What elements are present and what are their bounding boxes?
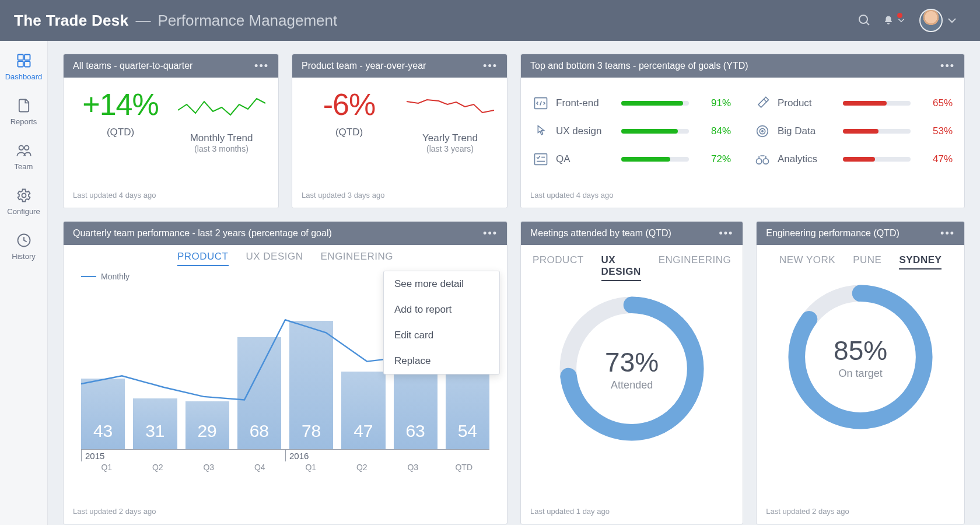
card-footer: Last updated 2 days ago — [64, 507, 507, 524]
target-icon — [754, 123, 771, 139]
svg-point-6 — [19, 146, 23, 150]
sidebar-item-label: Configure — [7, 207, 40, 216]
bar-value: 31 — [145, 421, 164, 449]
menu-see-more-detail[interactable]: See more detail — [384, 271, 499, 297]
sidebar-item-team[interactable]: Team — [0, 142, 47, 171]
quarter-label: QTD — [439, 463, 490, 472]
donut-value: 73% — [605, 346, 659, 378]
sparkline — [178, 87, 265, 128]
svg-point-18 — [757, 159, 762, 164]
card-title: Meetings attended by team (QTD) — [530, 228, 671, 239]
team-row: UX design 84% — [533, 117, 731, 145]
tab-uxdesign[interactable]: UX DESIGN — [601, 254, 641, 281]
trend-label: Monthly Trend — [190, 132, 253, 144]
card-context-menu: See more detail Add to report Edit card … — [383, 271, 500, 374]
menu-replace[interactable]: Replace — [384, 348, 499, 374]
donut-label: On target — [839, 368, 883, 380]
card-footer: Last updated 2 days ago — [757, 507, 964, 524]
sidebar-item-configure[interactable]: Configure — [0, 187, 47, 216]
card-meetings-attended: Meetings attended by team (QTD) ••• PROD… — [520, 221, 743, 524]
reports-icon — [16, 97, 32, 114]
quarter-label: Q1 — [81, 463, 132, 472]
checklist-icon — [533, 151, 549, 167]
card-engineering-performance: Engineering performance (QTD) ••• NEW YO… — [756, 221, 965, 524]
menu-edit-card[interactable]: Edit card — [384, 323, 499, 348]
team-name: QA — [556, 153, 614, 165]
tab-engineering[interactable]: ENGINEERING — [659, 254, 732, 281]
bar-value: 63 — [405, 421, 425, 449]
bar-value: 29 — [197, 421, 216, 449]
tools-icon — [754, 95, 771, 111]
kpi-sub: (QTD) — [107, 127, 134, 138]
tab-product[interactable]: PRODUCT — [533, 254, 584, 281]
svg-point-17 — [762, 131, 763, 132]
gear-icon — [16, 187, 32, 204]
svg-point-19 — [763, 159, 768, 164]
svg-rect-12 — [535, 154, 547, 165]
tab-product[interactable]: PRODUCT — [177, 251, 229, 266]
donut-label: Attended — [611, 379, 653, 391]
tab-uxdesign[interactable]: UX DESIGN — [246, 251, 303, 266]
team-pct: 84% — [702, 125, 731, 137]
card-menu-icon[interactable]: ••• — [483, 60, 498, 72]
card-title: Top and bottom 3 teams - percentage of g… — [530, 61, 748, 71]
history-icon — [16, 232, 32, 249]
kpi-sub: (QTD) — [335, 127, 363, 138]
bar: 47 — [341, 372, 385, 449]
sidebar-item-history[interactable]: History — [0, 232, 47, 261]
card-all-teams: All teams - quarter-to-quarter ••• +14% … — [63, 54, 279, 208]
menu-add-to-report[interactable]: Add to report — [384, 297, 499, 323]
card-footer: Last updated 1 day ago — [521, 507, 743, 524]
bar-value: 68 — [250, 421, 269, 449]
card-product-team: Product team - year-over-year ••• -6% (Q… — [292, 54, 508, 208]
sidebar-item-dashboard[interactable]: Dashboard — [0, 52, 47, 81]
donut-chart: 85% On target — [785, 281, 936, 433]
svg-rect-5 — [24, 61, 30, 66]
card-footer: Last updated 3 days ago — [292, 191, 507, 208]
notifications-icon[interactable] — [883, 9, 907, 32]
card-menu-icon[interactable]: ••• — [254, 60, 269, 72]
meetings-tabs: PRODUCT UX DESIGN ENGINEERING — [533, 254, 731, 281]
svg-line-1 — [866, 22, 869, 25]
year-label: 2015 — [81, 450, 285, 461]
chart-tabs: PRODUCT UX DESIGN ENGINEERING — [75, 251, 495, 266]
card-footer: Last updated 4 days ago — [64, 191, 278, 208]
team-row: Product 65% — [754, 89, 953, 117]
bar: 29 — [186, 401, 229, 449]
card-title: Quarterly team performance - last 2 year… — [73, 228, 332, 239]
user-menu[interactable] — [914, 9, 959, 32]
svg-point-15 — [757, 126, 768, 137]
bar-value: 78 — [302, 421, 321, 449]
team-row: Analytics 47% — [754, 145, 953, 173]
trend-label: Yearly Trend — [422, 132, 478, 144]
team-pct: 91% — [702, 97, 731, 109]
sidebar-item-reports[interactable]: Reports — [0, 97, 47, 126]
tab-pune[interactable]: PUNE — [853, 254, 881, 270]
team-row: Front-end 91% — [533, 89, 731, 117]
card-menu-icon[interactable]: ••• — [940, 60, 955, 72]
team-pct: 53% — [923, 125, 953, 137]
team-name: Analytics — [778, 153, 836, 165]
quarter-label: Q4 — [235, 463, 286, 472]
card-menu-icon[interactable]: ••• — [719, 228, 733, 240]
tab-engineering[interactable]: ENGINEERING — [321, 251, 394, 266]
bar-value: 47 — [354, 421, 373, 449]
tab-sydney[interactable]: SYDNEY — [899, 254, 942, 270]
card-footer: Last updated 4 days ago — [521, 191, 964, 208]
svg-point-0 — [859, 15, 867, 23]
svg-point-7 — [24, 146, 28, 150]
bar: 43 — [81, 379, 125, 449]
quarter-label: Q3 — [183, 463, 235, 472]
donut-chart: 73% Attended — [556, 293, 708, 444]
team-name: Product — [778, 97, 836, 109]
card-title: Engineering performance (QTD) — [766, 228, 900, 239]
team-pct: 72% — [702, 153, 731, 165]
team-name: Front-end — [556, 97, 614, 109]
card-menu-icon[interactable]: ••• — [940, 228, 955, 240]
tab-newyork[interactable]: NEW YORK — [779, 254, 835, 270]
team-pct: 47% — [923, 153, 953, 165]
search-icon[interactable] — [853, 9, 876, 32]
kpi-value: +14% — [82, 87, 158, 122]
bar: 78 — [289, 321, 333, 449]
card-menu-icon[interactable]: ••• — [483, 228, 498, 240]
